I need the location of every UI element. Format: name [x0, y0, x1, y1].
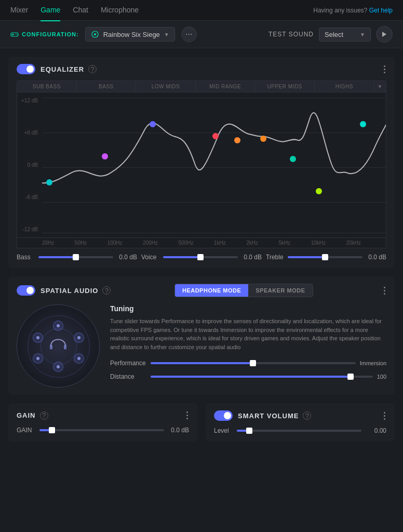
voice-value: 0.0 dB	[241, 254, 262, 261]
performance-slider-row: Performance Immersion	[110, 360, 386, 367]
speaker-mode-button[interactable]: SPEAKER MODE	[248, 284, 312, 297]
sphere-dot-bottom-left	[33, 353, 43, 364]
spatial-audio-toggle[interactable]	[17, 285, 35, 296]
nav-tabs: Mixer Game Chat Microphone	[10, 0, 139, 21]
svg-point-9	[77, 336, 80, 339]
eq-expand-icon[interactable]: ▼	[374, 84, 386, 89]
sphere-dot-left-icon	[35, 335, 41, 340]
bass-slider[interactable]	[38, 256, 113, 258]
svg-point-12	[36, 357, 39, 360]
eq-dot-8[interactable]	[316, 188, 322, 194]
equalizer-header: EQUALIZER ?	[17, 64, 386, 74]
svg-rect-15	[64, 345, 66, 350]
eq-chart[interactable]: +12 dB +6 dB 0 dB -6 dB -12 dB	[17, 92, 386, 238]
performance-slider[interactable]	[151, 362, 356, 364]
distance-label: Distance	[110, 373, 146, 380]
eq-band-uppermids: UPPER MIDS	[255, 81, 315, 92]
equalizer-help-icon[interactable]: ?	[88, 65, 97, 73]
gain-slider-label: GAIN	[17, 427, 35, 434]
smart-volume-title: SMART VOLUME	[238, 412, 299, 420]
smart-volume-help-icon[interactable]: ?	[303, 411, 311, 420]
svg-point-6	[94, 33, 96, 35]
config-bar: CONFIGURATION: Rainbow Six Siege ▼ ··· T…	[0, 21, 403, 48]
spatial-audio-header: SPATIAL AUDIO ? HEADPHONE MODE SPEAKER M…	[17, 284, 386, 297]
voice-label: Voice	[141, 254, 160, 261]
eq-band-subbass: SUB BASS	[17, 81, 77, 92]
eq-band-bass: BASS	[77, 81, 137, 92]
eq-dot-5[interactable]	[234, 137, 240, 143]
tab-chat[interactable]: Chat	[73, 0, 88, 21]
equalizer-title: EQUALIZER	[41, 65, 84, 73]
eq-bands: SUB BASS BASS LOW MIDS MID RANGE UPPER M…	[17, 81, 386, 92]
sphere-dot-left	[33, 332, 43, 343]
bass-label: Bass	[17, 254, 35, 261]
tab-mixer[interactable]: Mixer	[10, 0, 28, 21]
tab-microphone[interactable]: Microphone	[101, 0, 139, 21]
help-link[interactable]: Get help	[369, 7, 393, 14]
bass-slider-group: Bass 0.0 dB	[17, 254, 137, 261]
test-sound-label: TEST SOUND	[268, 31, 314, 38]
eq-dot-6[interactable]	[260, 136, 266, 142]
mode-buttons: HEADPHONE MODE SPEAKER MODE	[174, 284, 313, 297]
eq-band-highs: HIGHS	[315, 81, 374, 92]
dropdown-arrow-icon: ▼	[164, 32, 169, 37]
treble-slider-group: Treble 0.0 dB	[266, 254, 386, 261]
svg-point-4	[17, 34, 18, 35]
play-icon	[382, 31, 387, 37]
equalizer-menu[interactable]	[383, 64, 386, 74]
gain-value: 0.0 dB	[168, 427, 189, 434]
smart-volume-menu[interactable]	[383, 411, 386, 421]
smart-volume-slider-row: Level 0.00	[214, 427, 386, 434]
equalizer-toggle[interactable]	[17, 64, 35, 74]
test-sound-dropdown[interactable]: Select ▼	[319, 28, 371, 42]
headphone-icon	[49, 339, 68, 352]
smart-volume-header: SMART VOLUME ?	[214, 410, 386, 421]
voice-slider-group: Voice 0.0 dB	[141, 254, 262, 261]
eq-dot-1[interactable]	[46, 179, 52, 185]
smart-volume-value: 0.00	[366, 427, 386, 434]
test-sound-area: TEST SOUND Select ▼	[268, 26, 393, 43]
voice-slider[interactable]	[163, 256, 238, 258]
game-selector-dropdown[interactable]: Rainbow Six Siege ▼	[85, 27, 175, 42]
eq-dot-9[interactable]	[360, 121, 366, 127]
game-icon	[91, 30, 99, 38]
eq-hz-labels: 20Hz 50Hz 100Hz 200Hz 500Hz 1kHz 2kHz 5k…	[17, 238, 386, 248]
tuning-title: Tuning	[110, 304, 386, 313]
eq-dot-2[interactable]	[102, 153, 108, 159]
treble-slider[interactable]	[288, 256, 362, 258]
eq-dot-7[interactable]	[290, 156, 296, 162]
sphere-dot-top-icon	[56, 323, 61, 328]
sphere-dot-top	[53, 321, 63, 331]
svg-point-11	[36, 336, 39, 339]
immersion-label: Immersion	[360, 360, 386, 366]
gain-menu[interactable]	[185, 410, 189, 420]
equalizer-section: EQUALIZER ? SUB BASS BASS LOW MIDS MID R…	[8, 57, 395, 268]
config-label: CONFIGURATION:	[10, 30, 79, 38]
smart-volume-toggle[interactable]	[214, 410, 233, 421]
sphere-dot-right-icon	[76, 335, 82, 340]
distance-slider-row: Distance 100	[110, 373, 386, 380]
gamepad-icon	[10, 30, 19, 38]
nav-help: Having any issues? Get help	[313, 7, 393, 14]
gain-help-icon[interactable]: ?	[40, 411, 48, 420]
eq-dot-3[interactable]	[150, 121, 156, 127]
smart-volume-slider[interactable]	[237, 430, 361, 432]
spatial-help-icon[interactable]: ?	[102, 286, 111, 295]
play-button[interactable]	[376, 26, 393, 43]
headphone-mode-button[interactable]: HEADPHONE MODE	[175, 284, 248, 297]
spatial-menu[interactable]	[383, 286, 386, 296]
tab-game[interactable]: Game	[41, 0, 60, 21]
eq-dot-4[interactable]	[212, 133, 219, 139]
sphere-dot-bl-icon	[35, 356, 41, 361]
eq-band-midrange: MID RANGE	[196, 81, 256, 92]
more-options-button[interactable]: ···	[181, 26, 197, 42]
sphere-center	[49, 339, 68, 354]
test-sound-value: Select	[325, 31, 356, 38]
sphere-dot-bottom-right	[74, 353, 84, 364]
distance-value: 100	[377, 374, 386, 380]
gain-slider[interactable]	[39, 429, 164, 431]
level-label: Level	[214, 427, 233, 434]
svg-point-10	[77, 357, 80, 360]
distance-slider[interactable]	[151, 376, 373, 378]
svg-point-3	[16, 34, 17, 35]
